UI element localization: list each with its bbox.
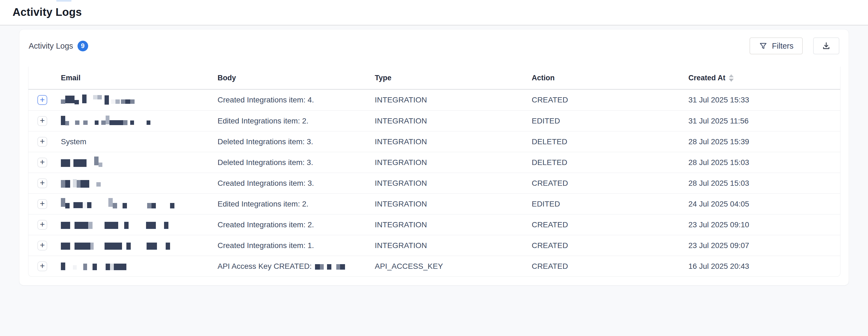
email-cell — [61, 198, 218, 210]
redacted-email — [61, 198, 218, 210]
email-cell — [61, 115, 218, 127]
column-header-label: Action — [532, 74, 555, 82]
type-cell: INTEGRATION — [375, 220, 532, 229]
body-text: Deleted Integrations item: 3. — [218, 137, 313, 146]
expand-row-button[interactable]: + — [37, 241, 47, 251]
action-cell: EDITED — [532, 200, 688, 208]
plus-icon: + — [40, 137, 45, 146]
table-row: +Created Integrations item: 4.INTEGRATIO… — [28, 90, 840, 110]
expand-row-button[interactable]: + — [37, 137, 47, 147]
table-row: +API Access Key CREATED:API_ACCESS_KEYCR… — [28, 256, 840, 276]
expand-cell: + — [28, 199, 61, 209]
card-title: Activity Logs — [29, 41, 73, 51]
table-row: +Edited Integrations item: 2.INTEGRATION… — [28, 110, 840, 131]
type-cell: INTEGRATION — [375, 137, 532, 146]
filters-button-label: Filters — [772, 41, 794, 51]
plus-icon: + — [40, 95, 45, 104]
redacted-email — [61, 157, 218, 169]
redacted-email — [61, 115, 218, 127]
type-cell: INTEGRATION — [375, 95, 532, 104]
expand-cell: + — [28, 178, 61, 188]
page-title: Activity Logs — [12, 6, 82, 18]
action-cell: CREATED — [532, 220, 688, 229]
action-cell: CREATED — [532, 262, 688, 271]
email-cell — [61, 157, 218, 169]
expand-cell: + — [28, 241, 61, 251]
redacted-email — [61, 94, 218, 106]
expand-row-button[interactable]: + — [37, 116, 47, 126]
table-body: +Created Integrations item: 4.INTEGRATIO… — [28, 90, 840, 276]
body-text: Deleted Integrations item: 3. — [218, 158, 313, 167]
table-header-row: EmailBodyTypeActionCreated At — [28, 67, 840, 90]
email-cell — [61, 240, 218, 252]
type-cell: INTEGRATION — [375, 200, 532, 208]
action-cell: DELETED — [532, 158, 688, 167]
created-at-cell: 23 Jul 2025 09:07 — [688, 241, 840, 250]
created-at-cell: 31 Jul 2025 15:33 — [688, 95, 840, 104]
body-text: Created Integrations item: 3. — [218, 179, 314, 188]
column-header-type: Type — [375, 74, 532, 82]
body-text: Created Integrations item: 2. — [218, 220, 314, 229]
action-cell: DELETED — [532, 137, 688, 146]
created-at-cell: 24 Jul 2025 04:05 — [688, 200, 840, 208]
filters-button[interactable]: Filters — [749, 37, 803, 54]
created-at-cell: 28 Jul 2025 15:03 — [688, 158, 840, 167]
email-text: System — [61, 137, 86, 146]
expand-row-button[interactable]: + — [37, 178, 47, 188]
type-cell: INTEGRATION — [375, 241, 532, 250]
body-text: Created Integrations item: 4. — [218, 95, 314, 104]
plus-icon: + — [40, 179, 45, 187]
expand-cell: + — [28, 116, 61, 126]
created-at-cell: 31 Jul 2025 11:56 — [688, 117, 840, 125]
funnel-icon — [759, 41, 768, 50]
column-header-label: Body — [218, 74, 236, 82]
body-text: API Access Key CREATED: — [218, 262, 312, 271]
expand-row-button[interactable]: + — [37, 158, 47, 167]
expand-cell: + — [28, 261, 61, 271]
column-header-body: Body — [218, 74, 375, 82]
card-header: Activity Logs 9 Filters — [20, 29, 848, 62]
body-cell: Created Integrations item: 1. — [218, 241, 375, 250]
table-row: +Deleted Integrations item: 3.INTEGRATIO… — [28, 152, 840, 173]
expand-row-button[interactable]: + — [37, 95, 47, 105]
body-cell: Deleted Integrations item: 3. — [218, 158, 375, 167]
redacted-email — [61, 219, 218, 231]
body-cell: Edited Integrations item: 2. — [218, 117, 375, 125]
expand-row-button[interactable]: + — [37, 261, 47, 271]
plus-icon: + — [40, 199, 45, 208]
header-actions: Filters — [749, 37, 839, 54]
column-header-created-at[interactable]: Created At — [688, 74, 840, 82]
plus-icon: + — [40, 158, 45, 166]
table-row: +Created Integrations item: 1.INTEGRATIO… — [28, 235, 840, 256]
type-cell: INTEGRATION — [375, 117, 532, 125]
activity-logs-page: Activity Logs Activity Logs 9 Filters — [0, 0, 868, 336]
email-cell — [61, 260, 218, 272]
expand-row-button[interactable]: + — [37, 220, 47, 230]
expand-cell: + — [28, 137, 61, 147]
download-icon — [822, 41, 831, 51]
created-at-cell: 16 Jul 2025 20:43 — [688, 262, 840, 271]
expand-cell: + — [28, 220, 61, 230]
table-row: +Created Integrations item: 3.INTEGRATIO… — [28, 173, 840, 193]
body-text: Edited Integrations item: 2. — [218, 117, 308, 125]
sort-icon[interactable] — [729, 74, 734, 82]
table-row: +Created Integrations item: 2.INTEGRATIO… — [28, 214, 840, 235]
body-cell: Deleted Integrations item: 3. — [218, 137, 375, 146]
count-badge: 9 — [78, 41, 88, 51]
table-row: +SystemDeleted Integrations item: 3.INTE… — [28, 131, 840, 152]
body-cell: Created Integrations item: 4. — [218, 95, 375, 104]
plus-icon: + — [40, 262, 45, 270]
action-cell: CREATED — [532, 241, 688, 250]
top-bar: Activity Logs — [0, 0, 868, 25]
export-button[interactable] — [813, 37, 839, 54]
column-header-label: Type — [375, 74, 392, 82]
email-cell: System — [61, 137, 218, 146]
created-at-cell: 23 Jul 2025 09:10 — [688, 220, 840, 229]
email-cell — [61, 219, 218, 231]
expand-cell: + — [28, 158, 61, 167]
action-cell: EDITED — [532, 117, 688, 125]
plus-icon: + — [40, 241, 45, 249]
expand-row-button[interactable]: + — [37, 199, 47, 209]
redacted-body-fragment — [312, 260, 345, 272]
plus-icon: + — [40, 116, 45, 125]
